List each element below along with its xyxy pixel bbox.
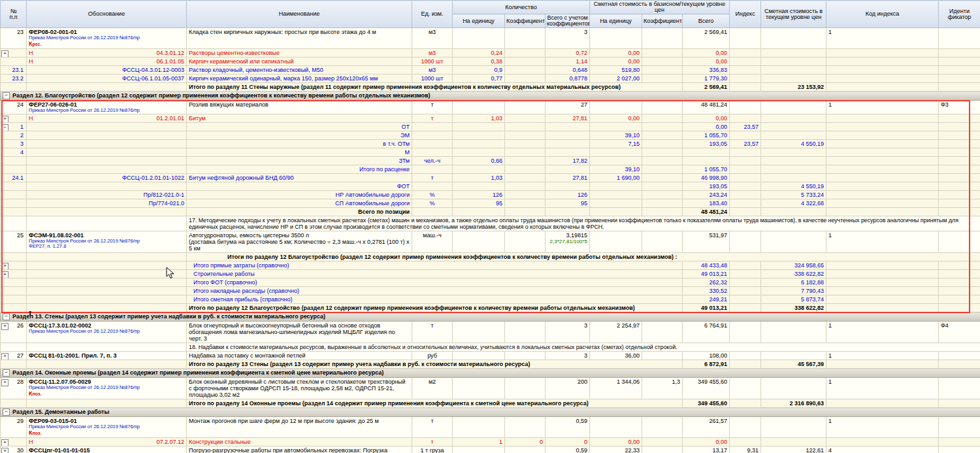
cell-qty-per-unit[interactable]: [453, 182, 505, 191]
cell-index-code[interactable]: [826, 148, 939, 157]
cell-qty-coeff[interactable]: [505, 352, 546, 360]
cell-cost-coeff[interactable]: [642, 49, 683, 58]
cell-index[interactable]: [730, 295, 761, 304]
cell-qty-per-unit[interactable]: 95: [453, 199, 505, 208]
cell-cost-current[interactable]: 6 182,88: [761, 278, 826, 287]
cell-cost-coeff[interactable]: [642, 438, 683, 446]
cell-cost-current[interactable]: 122,61: [761, 446, 826, 453]
cell-cost-current[interactable]: [761, 417, 826, 438]
cell-cost-total[interactable]: 0,00: [683, 58, 730, 66]
cell-unit[interactable]: 1000 шт: [412, 58, 453, 66]
cell-basis[interactable]: [27, 287, 187, 295]
cell-unit[interactable]: 1 т груза: [412, 446, 453, 453]
cell-qty-total[interactable]: 0,72: [546, 49, 590, 58]
cell-identifier[interactable]: [939, 182, 980, 191]
cell-cost-current[interactable]: [761, 28, 826, 49]
cell-index-code[interactable]: [826, 399, 939, 408]
cell-cost-coeff[interactable]: [642, 131, 683, 140]
cell-cost-coeff[interactable]: [642, 191, 683, 199]
cell-cost-per-unit[interactable]: 2 027,00: [590, 75, 642, 83]
cell-cost-total[interactable]: 108,00: [683, 352, 730, 360]
cell-basis[interactable]: ФЕР09-03-015-01Приказ Минстроя России от…: [27, 417, 187, 438]
cell-name[interactable]: Монтаж прогонов при шаге ферм до 12 м пр…: [187, 417, 412, 438]
section-header-row[interactable]: −Раздел 13. Стены (раздел 13 содержит пр…: [1, 312, 980, 322]
cell-cost-per-unit[interactable]: 36,00: [590, 352, 642, 360]
estimate-row[interactable]: +Н04.3.01.12Растворы цементно-известковы…: [1, 49, 980, 58]
cell-index-code[interactable]: [826, 131, 939, 140]
cell-index[interactable]: [730, 208, 761, 216]
cell-identifier[interactable]: [939, 157, 980, 165]
cell-name[interactable]: Растворы цементно-известковые: [187, 49, 412, 58]
cell-basis[interactable]: [27, 399, 187, 408]
cell-qty-total[interactable]: [546, 140, 590, 148]
basis-order-link[interactable]: Приказ Минстроя России от 26.12.2019 №87…: [29, 329, 184, 334]
cell-identifier[interactable]: [939, 231, 980, 253]
cell-name[interactable]: Кирпич керамический одинарный, марка 150…: [187, 75, 412, 83]
estimate-row[interactable]: 2ЭМ39,101 055,70: [1, 131, 980, 140]
col-header-qty-total[interactable]: Всего с учетом коэффициентов: [546, 14, 590, 28]
cell-cost-total[interactable]: 193,05: [683, 182, 730, 191]
cell-cost-total[interactable]: [683, 157, 730, 165]
col-header-cost-current[interactable]: Сметная стоимость в текущем уровне цен: [761, 1, 826, 28]
cell-qty-total[interactable]: 126: [546, 191, 590, 199]
cell-index-code[interactable]: 1: [826, 378, 939, 399]
cell-cost-coeff[interactable]: [642, 322, 683, 343]
cell-unit[interactable]: т: [412, 438, 453, 446]
cell-unit[interactable]: [412, 131, 453, 140]
cell-identifier[interactable]: [939, 66, 980, 75]
cell-identifier[interactable]: Ф3: [939, 101, 980, 114]
cell-cost-total[interactable]: 349 455,60: [683, 378, 730, 399]
cell-cost-total[interactable]: 48 481,24: [683, 208, 730, 216]
cell-qty-total[interactable]: 95: [546, 199, 590, 208]
expand-icon[interactable]: +: [1, 50, 8, 58]
cell-num[interactable]: +: [1, 49, 27, 58]
cell-name[interactable]: Конструкции стальные: [187, 438, 412, 446]
cell-identifier[interactable]: [939, 140, 980, 148]
estimate-row[interactable]: Н06.1.01.05Кирпич керамический или силик…: [1, 58, 980, 66]
cell-cost-per-unit[interactable]: 0,00: [590, 58, 642, 66]
cell-qty-coeff[interactable]: [505, 140, 546, 148]
cell-name[interactable]: Итого по разделу 12 Благоустройство (раз…: [187, 304, 683, 312]
cell-num[interactable]: +27: [1, 352, 27, 360]
cell-identifier[interactable]: [939, 287, 980, 295]
col-header-cost-coeff[interactable]: Коэффициенты: [642, 14, 683, 28]
cell-index-code[interactable]: [826, 199, 939, 208]
cell-basis[interactable]: Н07.2.07.12: [27, 438, 187, 446]
cell-qty-coeff[interactable]: [505, 101, 546, 114]
col-header-num[interactable]: № п.п: [1, 1, 27, 28]
cell-identifier[interactable]: [939, 58, 980, 66]
cell-num[interactable]: [1, 360, 27, 369]
cell-identifier[interactable]: [939, 191, 980, 199]
cell-cost-current[interactable]: [761, 123, 826, 131]
cell-num[interactable]: [1, 208, 27, 216]
estimate-row[interactable]: 24.1ФССЦ-01.2.01.01-1022Битум нефтяной д…: [1, 174, 980, 182]
cell-basis[interactable]: ФССЦ-17.3.01.02-0002Приказ Минстроя Росс…: [27, 322, 187, 343]
cell-unit[interactable]: м2: [412, 378, 453, 399]
cell-name[interactable]: Погрузо-разгрузочные работы при автомоби…: [187, 446, 412, 453]
subtotal-row[interactable]: +Итого прямые затраты (справочно)48 433,…: [1, 261, 980, 270]
cell-num[interactable]: +: [1, 270, 27, 278]
cell-name[interactable]: Итого накладные расходы (справочно): [187, 287, 683, 295]
cell-basis[interactable]: [27, 123, 187, 131]
expand-icon[interactable]: +: [1, 323, 8, 330]
cell-cost-coeff[interactable]: [642, 140, 683, 148]
estimate-row[interactable]: 29ФЕР09-03-015-01Приказ Минстроя России …: [1, 417, 980, 438]
cell-cost-coeff[interactable]: [642, 75, 683, 83]
cell-num[interactable]: +: [1, 438, 27, 446]
col-header-qty-per-unit[interactable]: На единицу: [453, 14, 505, 28]
cell-index-code[interactable]: [826, 140, 939, 148]
cell-identifier[interactable]: [939, 446, 980, 453]
cell-num[interactable]: 25: [1, 231, 27, 253]
cell-cost-per-unit[interactable]: 7,15: [590, 140, 642, 148]
cell-identifier[interactable]: [939, 75, 980, 83]
cell-basis[interactable]: [27, 253, 187, 261]
cell-index-code[interactable]: 4: [826, 446, 939, 453]
cell-name[interactable]: Надбавка за поставку с монтажной петлей: [187, 352, 412, 360]
cell-cost-total[interactable]: 6 764,91: [683, 322, 730, 343]
cell-num[interactable]: 23.2: [1, 75, 27, 83]
cell-index[interactable]: [730, 165, 761, 174]
cell-cost-coeff[interactable]: [642, 157, 683, 165]
cell-index[interactable]: [730, 66, 761, 75]
estimate-row[interactable]: +27ФССЦ 81-01-2001. Прил. 7, п. 3Надбавк…: [1, 352, 980, 360]
cell-cost-per-unit[interactable]: [590, 28, 642, 49]
